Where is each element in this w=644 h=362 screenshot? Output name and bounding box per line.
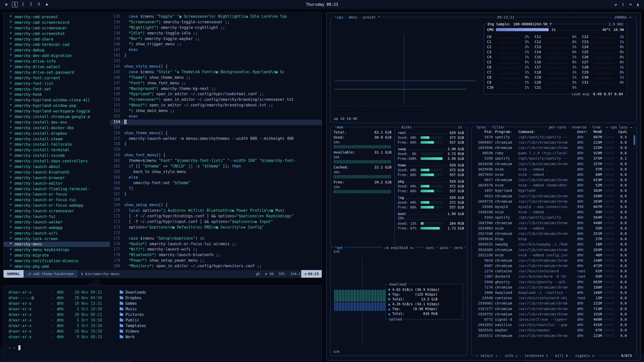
directory-name[interactable]: Dropbox — [126, 296, 141, 300]
code-line[interactable]: 140 *) show_trigger_menu ;; — [110, 42, 322, 47]
code-line[interactable]: 138 *Idle*) omarchy-toggle-idle ;; — [110, 31, 322, 36]
file-row[interactable]: *omarchy-menu — [4, 242, 110, 247]
process-row[interactable]: 24540 containe /usr/bin/containerd-shi r… — [472, 295, 636, 301]
code-line[interactable]: 154} — [110, 120, 322, 125]
file-row[interactable]: *omarchy-launch-screensaver — [4, 208, 110, 214]
file-row[interactable]: *omarchy-install-dropbox — [4, 131, 110, 136]
code-line[interactable]: 145 case $(menu "Style" "◈ Theme\nA Font… — [110, 70, 322, 75]
file-row[interactable]: *omarchy-migrate — [4, 253, 110, 258]
shell-prompt[interactable]: ~ › — [9, 345, 317, 350]
process-row[interactable]: 6907 chromium /usr/lib/chromium/chrom dh… — [472, 263, 636, 269]
process-row[interactable]: 1307 dockerd /usr/bin/dockerd -H fd: roo… — [472, 274, 636, 279]
file-row[interactable]: *omarchy-install-docker-dbs — [4, 125, 110, 131]
net-interface-selector[interactable]: ←b enp191s0 n→ — [383, 245, 416, 250]
process-row[interactable]: 2917448 chromium /usr/lib/chromium/chrom… — [472, 231, 636, 236]
file-row[interactable]: *omarchy-notification-dismiss — [4, 258, 110, 264]
file-row[interactable]: *omarchy-drive-info — [4, 59, 110, 64]
process-row[interactable]: 2999634 btop btop dhh 27M 0.0 — [472, 236, 636, 242]
col-cpu[interactable]: Cpu% — [616, 130, 627, 134]
process-row[interactable]: 3029490 nvim nvim --embed . dhh 57M 0.0 — [472, 166, 636, 172]
code-line[interactable]: 170 local options="♫ Audio\n≈ Wifi\nᛒ Bl… — [110, 208, 322, 214]
file-row[interactable]: *omarchy-cmd-share — [4, 36, 110, 42]
code-line[interactable]: 166 fi — [110, 186, 322, 192]
clock-date[interactable]: Thursday 09:23 — [306, 2, 338, 7]
col-pid[interactable]: Pid: — [475, 130, 495, 134]
update-interval-control[interactable]: - 2000ms + — [609, 15, 633, 20]
col-command[interactable]: Command: — [518, 130, 577, 134]
tab-io[interactable]: io — [456, 125, 463, 130]
code-line[interactable]: 158} — [110, 142, 322, 147]
process-row[interactable]: 5017 chromium /usr/lib/chromium/chrom dh… — [472, 177, 636, 183]
code-line[interactable]: 173 options="$options\n▣ Defaults\n⌂ DNS… — [110, 225, 322, 231]
process-row[interactable]: 5018 chromium /usr/lib/chromium/chrom dh… — [472, 258, 636, 263]
process-row[interactable]: 5998 ghostty /usr/bin/ghostty --gtk- dhh… — [472, 279, 636, 284]
code-line[interactable]: 135 case $(menu "Toggle" "▣ Screensaver\… — [110, 14, 322, 20]
process-action-button[interactable]: info ↵ — [503, 353, 519, 358]
file-row[interactable]: *omarchy-cmd-present — [4, 14, 110, 20]
process-row[interactable]: 2921330 nvim nvim --embed config.jso dhh… — [472, 252, 636, 258]
code-line[interactable]: 141 esac — [110, 47, 322, 53]
process-row[interactable]: 2930982 chromium /usr/lib/chromium/chrom… — [472, 301, 636, 306]
file-row[interactable]: *omarchy-cmd-terminal-cwd — [4, 42, 110, 47]
net-option-button[interactable]: sync — [424, 245, 436, 250]
tab-disks[interactable]: disks — [400, 125, 413, 130]
process-row[interactable]: 4923 chromium /usr/lib/chromium/chrom dh… — [472, 193, 636, 199]
file-row[interactable]: *omarchy-launch-floating-terminal- — [4, 186, 110, 192]
file-row[interactable]: *omarchy-launch-or-focus-webapp — [4, 203, 110, 208]
file-row[interactable]: *omarchy-install-terminal — [4, 147, 110, 153]
code-line[interactable]: 156show_theme_menu() { — [110, 131, 322, 136]
process-scrollbar[interactable] — [634, 135, 635, 349]
code-line[interactable]: 157 omarchy-launch-walker -m menus:omarc… — [110, 136, 322, 142]
directory-name[interactable]: Pictures — [126, 312, 144, 317]
code-line[interactable]: 155 — [110, 125, 322, 131]
file-row[interactable]: *omarchy-hyprland-window-pop — [4, 103, 110, 108]
process-row[interactable]: 2929755 chromium /usr/lib/chromium/chrom… — [472, 311, 636, 317]
net-option-button[interactable]: zero — [452, 245, 464, 250]
tab-net[interactable]: ³net — [333, 245, 345, 250]
process-row[interactable]: 5470 spotify /opt/spotify/spotify -- dhh… — [472, 134, 636, 140]
code-line[interactable]: 150 *Screensaver*) open_in_editor ~/.con… — [110, 97, 322, 103]
tab-cpu[interactable]: ¹cpu — [333, 15, 345, 20]
directory-name[interactable]: Templates — [126, 323, 146, 328]
process-row[interactable]: 1930108 nvim nvim --embed . dhh 69M 0.0 — [472, 209, 636, 215]
file-row[interactable]: *omarchy-launch-wifi — [4, 231, 110, 236]
directory-name[interactable]: Videos — [126, 329, 139, 334]
process-row[interactable]: 3024578 nvim nvim --embed /home/dhh/ dhh… — [472, 183, 636, 188]
col-program[interactable]: Program: — [495, 130, 518, 134]
code-line[interactable]: 171 [ -f ~/.config/hypr/bindings.conf ] … — [110, 214, 322, 219]
code-line[interactable]: 177 *Wifi*) omarchy-launch-wifi ;; — [110, 247, 322, 253]
process-action-button[interactable]: ↑ select ↓ — [475, 353, 499, 358]
file-row[interactable]: *omarchy-install-dev-env — [4, 120, 110, 125]
tab-mem[interactable]: ²mem — [333, 125, 345, 130]
process-row[interactable]: 6772 signal-d /proc/self/exe --type=r dh… — [472, 317, 636, 322]
code-line[interactable]: 159 — [110, 147, 322, 153]
battery-icon[interactable]: ▮ — [637, 2, 639, 7]
file-row[interactable]: *omarchy-lock-screen — [4, 236, 110, 242]
process-row[interactable]: 3026531 swaybg /usr/bin/swaybg -i /hom d… — [472, 242, 636, 247]
file-row[interactable]: *omarchy-dev-add-migration — [4, 53, 110, 59]
tab-proc[interactable]: ⁴proc — [474, 125, 488, 130]
file-row[interactable]: *omarchy-font-list — [4, 81, 110, 86]
code-line[interactable]: 153 esac — [110, 114, 322, 120]
file-row[interactable]: *omarchy-launch-walker — [4, 219, 110, 225]
file-row[interactable]: *omarchy-launch-browser — [4, 175, 110, 181]
file-row[interactable]: *omarchy-pkg-add — [4, 264, 110, 269]
code-line[interactable]: 148 *Background*) omarchy-theme-bg-next … — [110, 86, 322, 92]
file-row[interactable]: *omarchy-install-steam — [4, 136, 110, 142]
code-line[interactable]: 180 *Monitors*) open_in_editor ~/.config… — [110, 264, 322, 269]
file-row[interactable]: *omarchy-drive-set-password — [4, 70, 110, 75]
workspace[interactable]: 1 — [12, 2, 18, 7]
file-row[interactable]: *omarchy-font-set — [4, 86, 110, 92]
code-line[interactable]: 174 — [110, 231, 322, 236]
directory-name[interactable]: Music — [126, 307, 137, 311]
reverse-button[interactable]: reverse — [570, 125, 588, 130]
process-row[interactable]: 2167277 chromium /usr/lib/chromium/chrom… — [472, 306, 636, 311]
file-row[interactable]: *omarchy-install-tailscale — [4, 142, 110, 147]
process-row[interactable]: 7176 chromium /usr/lib/chromium/chrom dh… — [472, 284, 636, 290]
process-row[interactable]: 2935572 chromium /usr/lib/chromium/chrom… — [472, 333, 636, 338]
code-lines[interactable]: 135 case $(menu "Toggle" "▣ Screensaver\… — [110, 14, 322, 270]
process-row[interactable]: 1897 Hyprland Hyprland dhh 363M 0.0 — [472, 188, 636, 193]
code-line[interactable]: 176 *Audio*) omarchy-launch-or-focus-tui… — [110, 242, 322, 247]
code-line[interactable]: 161 theme=$(menu "Font" "$(omarchy-font-… — [110, 158, 322, 164]
code-line[interactable]: 175 case $(menu "Setup\n$options") in — [110, 236, 322, 242]
